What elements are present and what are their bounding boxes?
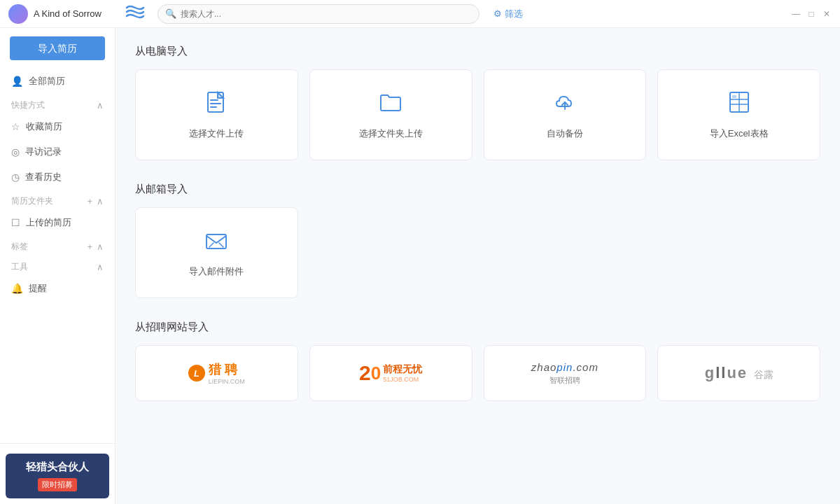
app-logo xyxy=(124,4,146,24)
email-icon xyxy=(204,227,229,258)
svg-rect-1 xyxy=(210,99,218,101)
svg-rect-3 xyxy=(210,106,217,108)
import-resume-button[interactable]: 导入简历 xyxy=(10,36,105,60)
folder-upload-icon xyxy=(378,90,403,120)
chevron-up-icon: ∧ xyxy=(97,100,104,111)
chevron-up-icon2: ∧ xyxy=(97,196,104,206)
import-card-email[interactable]: 导入邮件附件 xyxy=(135,207,298,298)
folders-section: 简历文件夹 + ∧ xyxy=(0,190,115,210)
history-icon: ◷ xyxy=(11,172,20,183)
plus-icon[interactable]: + xyxy=(87,196,92,206)
username-label: A Kind of Sorrow xyxy=(34,8,102,19)
tags-section: 标签 + ∧ xyxy=(0,235,115,255)
tags-actions: + ∧ xyxy=(87,241,104,252)
cloud-backup-icon xyxy=(552,90,578,120)
promo-title: 轻猎头合伙人 xyxy=(13,461,102,474)
import-card-auto-backup[interactable]: 自动备份 xyxy=(484,69,647,160)
tools-label: 工具 xyxy=(11,261,28,273)
filter-button[interactable]: ⚙ 筛选 xyxy=(488,5,528,23)
job-site-liepin[interactable]: L 猎 聘 LIEPIN.COM xyxy=(135,345,298,401)
tools-chevron-icon: ∧ xyxy=(97,262,104,272)
all-resumes-label: 全部简历 xyxy=(29,75,65,88)
promo-sub: 限时招募 xyxy=(38,478,77,491)
shortcuts-section: 快捷方式 ∧ xyxy=(0,94,115,114)
search-bar[interactable]: 🔍 xyxy=(158,4,479,24)
section-from-pc-title: 从电脑导入 xyxy=(135,45,820,58)
content-area: 从电脑导入 选择文件上传 xyxy=(115,28,840,504)
liepin-text: 猎 聘 LIEPIN.COM xyxy=(209,361,245,385)
job-site-zhaopin[interactable]: zhaopin.com 智联招聘 xyxy=(484,345,647,401)
import-card-folder-upload[interactable]: 选择文件夹上传 xyxy=(309,69,472,160)
job-sites-grid: L 猎 聘 LIEPIN.COM 2 0 前程无忧 51JOB.COM xyxy=(135,345,820,401)
filter-icon: ⚙ xyxy=(493,8,502,19)
import-card-excel[interactable]: 导入Excel表格 xyxy=(657,69,820,160)
import-card-file-upload[interactable]: 选择文件上传 xyxy=(135,69,298,160)
email-import-grid: 导入邮件附件 xyxy=(135,207,820,298)
visit-icon: ◎ xyxy=(11,146,20,158)
sidebar-nav: 👤 全部简历 快捷方式 ∧ ☆ 收藏简历 ◎ 寻访记录 ◷ 查看历史 xyxy=(0,69,115,439)
liepin-circle-icon: L xyxy=(188,365,205,382)
tags-chevron-icon: ∧ xyxy=(97,241,104,252)
email-import-label: 导入邮件附件 xyxy=(189,265,244,278)
reminders-label: 提醒 xyxy=(29,282,47,295)
maximize-button[interactable]: □ xyxy=(806,9,816,19)
section-from-email-title: 从邮箱导入 xyxy=(135,183,820,196)
job-site-gllue[interactable]: gllue 谷露 xyxy=(657,345,820,401)
sidebar-item-history[interactable]: ◷ 查看历史 xyxy=(0,164,115,190)
favorites-label: 收藏简历 xyxy=(26,120,62,133)
minimize-button[interactable]: — xyxy=(791,9,801,19)
tools-section: 工具 ∧ xyxy=(0,255,115,276)
history-label: 查看历史 xyxy=(25,171,62,183)
search-icon: 🔍 xyxy=(165,8,176,19)
bell-icon: 🔔 xyxy=(11,283,23,294)
shortcuts-label: 快捷方式 xyxy=(11,99,45,111)
close-button[interactable]: ✕ xyxy=(822,9,832,19)
titlebar-left: A Kind of Sorrow xyxy=(8,4,124,24)
sidebar-item-favorites[interactable]: ☆ 收藏简历 xyxy=(0,114,115,139)
promo-banner[interactable]: 轻猎头合伙人 限时招募 xyxy=(6,454,109,498)
sidebar-item-reminders[interactable]: 🔔 提醒 xyxy=(0,276,115,301)
folder-icon: ☐ xyxy=(11,217,20,228)
folders-actions: + ∧ xyxy=(87,196,104,206)
folder-upload-label: 选择文件夹上传 xyxy=(359,127,423,140)
sidebar-item-uploaded[interactable]: ☐ 上传的简历 xyxy=(0,210,115,235)
sidebar-bottom: 轻猎头合伙人 限时招募 xyxy=(0,448,115,504)
file-upload-icon xyxy=(204,90,229,120)
shortcuts-actions: ∧ xyxy=(97,100,104,111)
person-icon: 👤 xyxy=(11,76,23,87)
51job-logo: 2 0 前程无忧 51JOB.COM xyxy=(359,363,422,384)
job-site-51job[interactable]: 2 0 前程无忧 51JOB.COM xyxy=(309,345,472,401)
excel-icon xyxy=(727,90,752,120)
star-icon: ☆ xyxy=(11,121,20,132)
section-from-job-title: 从招聘网站导入 xyxy=(135,321,820,334)
gllue-logo: gllue 谷露 xyxy=(705,364,774,382)
folders-label: 简历文件夹 xyxy=(11,195,53,207)
avatar xyxy=(8,4,28,24)
file-upload-label: 选择文件上传 xyxy=(189,127,244,140)
titlebar: A Kind of Sorrow 🔍 ⚙ 筛选 — □ ✕ xyxy=(0,0,840,28)
zhaopin-logo: zhaopin.com 智联招聘 xyxy=(531,361,598,386)
tags-label: 标签 xyxy=(11,241,28,253)
pc-import-grid: 选择文件上传 选择文件夹上传 自动备份 xyxy=(135,69,820,160)
sidebar: 导入简历 👤 全部简历 快捷方式 ∧ ☆ 收藏简历 ◎ 寻访记录 ◷ xyxy=(0,28,115,504)
sidebar-item-all-resumes[interactable]: 👤 全部简历 xyxy=(0,69,115,94)
sidebar-divider xyxy=(0,443,115,444)
uploaded-label: 上传的简历 xyxy=(26,216,71,229)
window-controls: — □ ✕ xyxy=(791,9,832,19)
auto-backup-label: 自动备份 xyxy=(547,127,583,140)
filter-label: 筛选 xyxy=(505,8,523,20)
svg-rect-2 xyxy=(210,103,221,104)
main-layout: 导入简历 👤 全部简历 快捷方式 ∧ ☆ 收藏简历 ◎ 寻访记录 ◷ xyxy=(0,28,840,504)
excel-import-label: 导入Excel表格 xyxy=(710,127,769,140)
svg-rect-9 xyxy=(732,95,736,98)
titlebar-center: 🔍 ⚙ 筛选 xyxy=(124,4,791,24)
tools-actions: ∧ xyxy=(97,262,104,272)
sidebar-item-visits[interactable]: ◎ 寻访记录 xyxy=(0,139,115,164)
visits-label: 寻访记录 xyxy=(25,146,62,158)
liepin-logo: L 猎 聘 LIEPIN.COM xyxy=(188,361,245,385)
tags-plus-icon[interactable]: + xyxy=(87,241,92,252)
search-input[interactable] xyxy=(181,9,472,19)
